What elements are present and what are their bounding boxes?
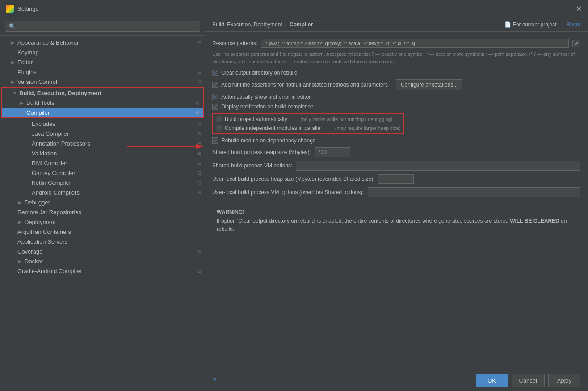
sidebar-item-groovy-compiler[interactable]: Groovy Compiler ⊟: [0, 168, 205, 178]
sidebar-item-android-compilers[interactable]: Android Compilers ⊟: [0, 187, 205, 197]
sidebar-item-appearance[interactable]: ▶ Appearance & Behavior ⊟: [0, 37, 205, 47]
sidebar-item-label: Excludes: [31, 121, 196, 127]
help-icon[interactable]: ?: [212, 377, 216, 385]
project-scope: 📄 For current project: [504, 21, 557, 28]
field-user-heap-input[interactable]: [378, 174, 414, 184]
sidebar-item-compiler[interactable]: ▼ Compiler ⊟: [2, 108, 203, 117]
expand-icon: ▼: [18, 109, 25, 116]
sidebar-item-label: Java Compiler: [31, 130, 196, 137]
resource-patterns-input[interactable]: [261, 39, 569, 48]
sidebar-item-label: Build Tools: [25, 100, 194, 106]
checkbox-compile-parallel-cb[interactable]: [216, 125, 222, 131]
expand-icon-placeholder: [24, 159, 31, 166]
search-input[interactable]: [5, 21, 200, 32]
checkbox-compile-parallel-label: Compile independent modules in parallel: [225, 125, 322, 131]
bookmark-icon: ⊟: [197, 70, 201, 75]
window-title: Settings: [17, 5, 571, 12]
sidebar-item-gradle-android[interactable]: Gradle-Android Compiler ⊟: [0, 266, 205, 276]
breadcrumb-separator: ›: [285, 21, 287, 28]
sidebar-item-application-servers[interactable]: Application Servers: [0, 237, 205, 246]
expand-icon-placeholder: [24, 189, 31, 196]
field-user-vm-input[interactable]: [368, 187, 581, 197]
sidebar-item-kotlin-compiler[interactable]: Kotlin Compiler ⊟: [0, 178, 205, 187]
configure-annotations-button[interactable]: Configure annotations...: [396, 79, 462, 90]
sidebar-item-remote-jar[interactable]: Remote Jar Repositories: [0, 207, 205, 217]
sidebar-item-label: Appearance & Behavior: [17, 39, 196, 46]
sidebar-item-build-exec-deploy[interactable]: ▼ Build, Execution, Deployment: [2, 88, 203, 98]
sidebar-item-annotation-processors[interactable]: Annotation Processors ⊟: [0, 138, 205, 148]
sidebar-item-label: Editor: [17, 59, 201, 66]
checkbox-auto-show-error: Automatically show first error in editor: [212, 94, 580, 100]
resource-expand-button[interactable]: ⤢: [572, 40, 580, 47]
expand-icon-placeholder: [24, 150, 31, 157]
warning-text-bold: WILL BE CLEARED: [510, 218, 559, 224]
field-heap-size-input[interactable]: [315, 147, 350, 157]
sidebar-item-label: Android Compilers: [31, 189, 196, 196]
expand-icon: ▶: [9, 39, 17, 46]
checkbox-display-notification: Display notification on build completion: [212, 104, 580, 110]
sidebar-item-build-tools[interactable]: ▶ Build Tools ⊟: [2, 98, 203, 108]
sidebar-item-version-control[interactable]: ▶ Version Control ⊟: [0, 77, 205, 87]
close-button[interactable]: ✕: [575, 5, 582, 12]
expand-icon-placeholder: [9, 228, 17, 235]
expand-icon-placeholder: [24, 169, 31, 176]
checkbox-auto-show-error-cb[interactable]: [212, 94, 218, 100]
field-heap-size-row: Shared build process heap size (Mbytes):: [212, 147, 580, 157]
expand-icon-placeholder: [9, 267, 17, 275]
bookmark-icon: ⊟: [196, 100, 199, 105]
checkbox-rebuild-module-cb[interactable]: [212, 137, 218, 144]
expand-icon: ▶: [18, 99, 25, 106]
tree: ▶ Appearance & Behavior ⊟ Keymap ▶ Edito…: [0, 36, 205, 391]
sidebar-item-arquillian[interactable]: Arquillian Containers: [0, 227, 205, 237]
bookmark-icon: ⊟: [197, 180, 201, 185]
right-panel: Build, Execution, Deployment › Compiler …: [205, 17, 588, 391]
settings-window: Settings ✕ ▶ Appearance & Behavior ⊟ Key…: [0, 0, 588, 391]
reset-link[interactable]: Reset: [567, 21, 580, 28]
sidebar-item-label: Version Control: [17, 79, 196, 85]
expand-icon-placeholder: [24, 130, 31, 137]
bookmark-icon: ⊟: [197, 249, 201, 254]
ok-button[interactable]: OK: [476, 374, 508, 387]
checkbox-display-notification-cb[interactable]: [212, 104, 218, 110]
apply-button[interactable]: Apply: [548, 374, 580, 387]
checkbox-rebuild-module: Rebuild module on dependency change: [212, 137, 580, 144]
sidebar-item-debugger[interactable]: ▶ Debugger: [0, 197, 205, 207]
expand-icon: ▶: [9, 58, 17, 66]
bookmark-icon: ⊟: [197, 171, 201, 175]
bookmark-icon: ⊟: [197, 79, 201, 84]
checkbox-rebuild-module-label: Rebuild module on dependency change: [221, 137, 316, 144]
sidebar-item-label: Application Servers: [17, 238, 201, 245]
warning-text-before: If option 'Clear output directory on reb…: [217, 218, 510, 224]
checkbox-clear-output-cb[interactable]: [212, 70, 218, 76]
sidebar-item-deployment[interactable]: ▶ Deployment: [0, 217, 205, 227]
field-user-heap-row: User-local build process heap size (Mbyt…: [212, 174, 580, 184]
checkbox-auto-show-error-label: Automatically show first error in editor: [221, 94, 311, 100]
checkbox-add-runtime-cb[interactable]: [212, 82, 218, 88]
field-user-vm-row: User-local build process VM options (ove…: [212, 187, 580, 197]
sidebar-item-rmi-compiler[interactable]: RMI Compiler ⊟: [0, 158, 205, 168]
sidebar-item-label: Coverage: [17, 248, 196, 255]
sidebar-item-keymap[interactable]: Keymap: [0, 47, 205, 57]
sidebar-item-label: Remote Jar Repositories: [17, 209, 201, 216]
sidebar-item-docker[interactable]: ▶ Docker: [0, 256, 205, 266]
checkbox-build-auto-cb[interactable]: [216, 116, 222, 122]
cancel-button[interactable]: Cancel: [512, 374, 545, 387]
field-vm-options-input[interactable]: [296, 161, 580, 171]
sidebar-item-label: Validation: [31, 150, 196, 157]
sidebar-item-label: Kotlin Compiler: [31, 179, 196, 186]
sidebar-item-validation[interactable]: Validation ⊟: [0, 148, 205, 158]
sidebar-item-label: Debugger: [24, 199, 201, 206]
sidebar-item-java-compiler[interactable]: Java Compiler ⊟: [0, 129, 205, 138]
checkbox-build-auto: Build project automatically (only works …: [216, 116, 401, 122]
sidebar-item-excludes[interactable]: Excludes ⊟: [0, 119, 205, 129]
bookmark-icon: ⊟: [197, 131, 201, 136]
checkbox-clear-output: Clear output directory on rebuild: [212, 70, 580, 76]
left-panel: ▶ Appearance & Behavior ⊟ Keymap ▶ Edito…: [0, 17, 205, 391]
sidebar-item-label: Groovy Compiler: [31, 170, 196, 176]
sidebar-item-editor[interactable]: ▶ Editor: [0, 57, 205, 67]
warning-title: WARNING!: [217, 209, 576, 215]
checkbox-compile-parallel: Compile independent modules in parallel …: [216, 125, 401, 131]
sidebar-item-label: Annotation Processors: [31, 140, 196, 147]
sidebar-item-plugins[interactable]: Plugins ⊟: [0, 67, 205, 77]
sidebar-item-coverage[interactable]: Coverage ⊟: [0, 246, 205, 256]
